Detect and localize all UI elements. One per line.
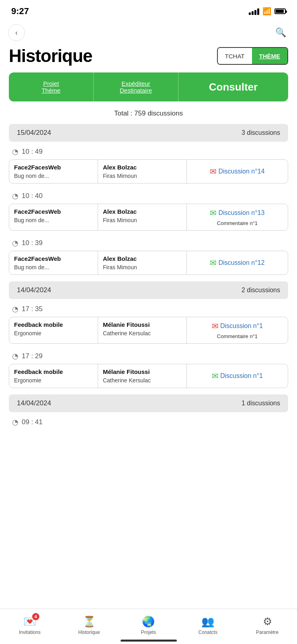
discussion-link-0-2-0[interactable]: ✉ Discussion n°12: [210, 258, 264, 268]
tab-historique[interactable]: ⏳ Historique: [73, 615, 105, 635]
tab-parametre[interactable]: ⚙ Paramètre: [251, 615, 283, 635]
time-entry-1-1: ◔ 17 : 29: [0, 349, 297, 362]
card-link-col-0-1-0: ✉ Discussion n°13 Commentaire n°1: [187, 204, 288, 230]
tab-invitations[interactable]: 💌 4 Invitations: [14, 615, 46, 635]
card-project-col-1-0-0: Feedback mobile Ergonomie: [9, 317, 98, 343]
tab-tchat[interactable]: TCHAT: [218, 48, 252, 64]
date-section-header-1: 14/04/2024 2 discussions: [9, 281, 288, 299]
clock-icon-2-0: ◔: [12, 418, 18, 427]
discussion-link-0-1-0[interactable]: ✉ Discussion n°13: [210, 208, 264, 218]
discussion-link-1-1-0[interactable]: ✉ Discussion n°1: [212, 371, 263, 381]
status-time: 9:27: [11, 6, 29, 17]
wifi-icon: 📶: [262, 7, 271, 16]
page-header: Historique TCHAT THÈME: [0, 44, 297, 72]
link-text-0-0-0: Discussion n°14: [218, 168, 264, 175]
status-icons: 📶: [249, 7, 286, 16]
tab-historique-label: Historique: [78, 630, 100, 635]
card-project-0-1-0: Face2FacesWeb: [14, 208, 93, 215]
time-entry-1-0: ◔ 17 : 35: [0, 301, 297, 315]
filter-sender-recipient[interactable]: Expéditeur Destinataire: [94, 72, 178, 101]
card-recipient-0-0-0: Firas Mimoun: [103, 173, 182, 179]
status-bar: 9:27 📶: [0, 0, 297, 21]
link-text-1-0-0: Discussion n°1: [220, 322, 263, 330]
card-theme-1-0-0: Ergonomie: [14, 330, 93, 336]
card-link-col-1-1-0: ✉ Discussion n°1: [187, 364, 288, 388]
time-entry-2-0: ◔ 09 : 41: [0, 415, 297, 428]
invitations-badge: 4: [32, 613, 39, 620]
tab-parametre-label: Paramètre: [256, 630, 279, 635]
battery-icon: [274, 8, 286, 14]
card-sender-0-2-0: Alex Bolzac: [103, 255, 182, 262]
tab-theme[interactable]: THÈME: [252, 48, 288, 64]
date-section-header-0: 15/04/2024 3 discussions: [9, 124, 288, 142]
date-section-header-2: 14/04/2024 1 discussions: [9, 394, 288, 412]
card-1-1-0: Feedback mobile Ergonomie Mélanie Fitous…: [9, 364, 288, 388]
filter-consulter-button[interactable]: Consulter: [178, 72, 288, 101]
clock-icon-0-1: ◔: [12, 192, 18, 200]
date-count-1: 2 discussions: [242, 287, 280, 294]
card-project-1-1-0: Feedback mobile: [14, 368, 93, 375]
tab-projets-label: Projets: [141, 630, 156, 635]
date-count-2: 1 discussions: [242, 400, 280, 407]
card-link-col-1-0-0: ✉ Discussion n°1 Commentaire n°1: [187, 317, 288, 343]
link-text-0-2-0: Discussion n°12: [218, 259, 264, 266]
clock-icon-0-2: ◔: [12, 239, 18, 248]
card-1-0-0: Feedback mobile Ergonomie Mélanie Fitous…: [9, 317, 288, 344]
filter-expediteur-label: Expéditeur: [121, 80, 150, 87]
card-comment-1-0-0: Commentaire n°1: [217, 333, 258, 339]
invitations-icon: 💌 4: [23, 615, 36, 628]
mail-icon-1-0-0: ✉: [212, 321, 219, 331]
clock-icon-0-0: ◔: [12, 147, 18, 156]
filter-project-label: Projet: [43, 80, 59, 87]
projets-icon: 🌏: [142, 615, 155, 628]
tab-contacts[interactable]: 👥 Conatcts: [192, 615, 224, 635]
time-label-2-0: 09 : 41: [22, 418, 43, 426]
card-project-col-0-2-0: Face2FacesWeb Bug nom de...: [9, 251, 98, 275]
page-title: Historique: [9, 46, 92, 66]
clock-icon-1-0: ◔: [12, 305, 18, 314]
card-theme-0-2-0: Bug nom de...: [14, 264, 93, 270]
card-project-1-0-0: Feedback mobile: [14, 321, 93, 328]
time-label-1-0: 17 : 35: [22, 305, 43, 313]
card-theme-0-0-0: Bug nom de...: [14, 173, 93, 179]
card-sender-1-0-0: Mélanie Fitoussi: [103, 321, 182, 328]
card-link-col-0-2-0: ✉ Discussion n°12: [187, 251, 288, 275]
signal-icon: [249, 8, 259, 15]
discussion-link-0-0-0[interactable]: ✉ Discussion n°14: [210, 167, 264, 176]
tab-invitations-label: Invitations: [19, 630, 41, 635]
filter-project-theme[interactable]: Projet Thème: [9, 72, 94, 101]
card-sender-0-1-0: Alex Bolzac: [103, 208, 182, 215]
search-button[interactable]: 🔍: [272, 24, 289, 41]
historique-icon: ⏳: [83, 615, 96, 628]
discussion-link-1-0-0[interactable]: ✉ Discussion n°1: [212, 321, 263, 331]
card-sender-col-1-1-0: Mélanie Fitoussi Catherine Kersulac: [98, 364, 187, 388]
bottom-tab-bar: 💌 4 Invitations ⏳ Historique 🌏 Projets 👥…: [0, 609, 297, 644]
home-indicator: [121, 640, 177, 642]
card-project-col-0-0-0: Face2FacesWeb Bug nom de...: [9, 160, 98, 183]
time-entry-0-0: ◔ 10 : 49: [0, 144, 297, 158]
card-theme-1-1-0: Ergonomie: [14, 377, 93, 384]
tab-contacts-label: Conatcts: [199, 630, 217, 635]
parametre-icon: ⚙: [263, 615, 272, 628]
card-sender-col-1-0-0: Mélanie Fitoussi Catherine Kersulac: [98, 317, 187, 343]
mail-icon-0-0-0: ✉: [210, 167, 217, 176]
contacts-icon: 👥: [201, 615, 214, 628]
card-sender-col-0-0-0: Alex Bolzac Firas Mimoun: [98, 160, 187, 183]
card-link-col-0-0-0: ✉ Discussion n°14: [187, 160, 288, 183]
time-entry-0-1: ◔ 10 : 40: [0, 188, 297, 202]
card-recipient-1-0-0: Catherine Kersulac: [103, 330, 182, 336]
card-comment-0-1-0: Commentaire n°1: [217, 220, 258, 226]
tab-projets[interactable]: 🌏 Projets: [132, 615, 164, 635]
back-button[interactable]: ‹: [8, 24, 25, 41]
header-tabs: TCHAT THÈME: [217, 47, 288, 65]
card-sender-1-1-0: Mélanie Fitoussi: [103, 368, 182, 375]
clock-icon-1-1: ◔: [12, 352, 18, 361]
time-label-0-2: 10 : 39: [22, 239, 43, 247]
total-discussions: Total : 759 discussions: [0, 105, 297, 124]
card-recipient-0-1-0: Firas Mimoun: [103, 217, 182, 223]
card-sender-col-0-2-0: Alex Bolzac Firas Mimoun: [98, 251, 187, 275]
card-0-1-0: Face2FacesWeb Bug nom de... Alex Bolzac …: [9, 204, 288, 231]
card-project-0-2-0: Face2FacesWeb: [14, 255, 93, 262]
time-label-0-0: 10 : 49: [22, 148, 43, 156]
filter-theme-label: Thème: [42, 87, 61, 94]
